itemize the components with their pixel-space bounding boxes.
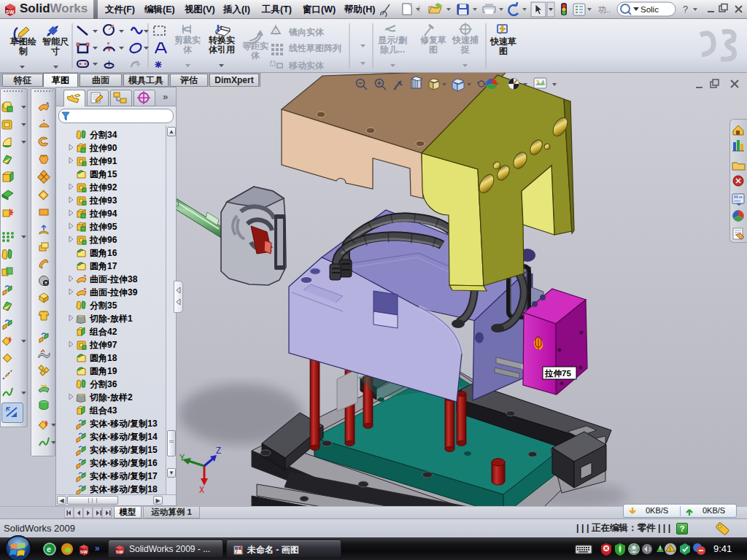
svg-text:SW: SW <box>6 9 15 15</box>
svg-text:拉伸97: 拉伸97 <box>89 340 117 350</box>
svg-text:SW: SW <box>80 550 88 554</box>
svg-text:Z: Z <box>216 446 221 456</box>
svg-text:Solic: Solic <box>640 5 659 14</box>
svg-text:分割34: 分割34 <box>89 130 117 140</box>
svg-text:分割35: 分割35 <box>89 300 117 311</box>
svg-text:实体-移动/复制14: 实体-移动/复制14 <box>90 432 158 442</box>
svg-text:实体-移动/复制15: 实体-移动/复制15 <box>90 445 158 455</box>
svg-text:圆角17: 圆角17 <box>90 261 117 271</box>
svg-text:实体-移动/复制13: 实体-移动/复制13 <box>90 419 158 429</box>
svg-text:拉伸96: 拉伸96 <box>89 235 117 245</box>
svg-text:组合43: 组合43 <box>89 405 117 416</box>
svg-text:功..: 功.. <box>598 5 611 14</box>
svg-text:拉伸92: 拉伸92 <box>89 182 117 192</box>
svg-text:拉伸94: 拉伸94 <box>89 209 117 219</box>
svg-text:Y: Y <box>179 454 185 464</box>
svg-text:切除-放样1: 切除-放样1 <box>89 314 133 324</box>
svg-text:圆角15: 圆角15 <box>90 169 117 179</box>
svg-text:分割36: 分割36 <box>89 379 117 389</box>
svg-text:拉伸90: 拉伸90 <box>89 143 117 153</box>
svg-text:实体-移动/复制16: 实体-移动/复制16 <box>90 458 158 468</box>
svg-text:实体-移动/复制18: 实体-移动/复制18 <box>90 484 158 494</box>
svg-text:圆角16: 圆角16 <box>90 248 117 258</box>
svg-text:拉伸95: 拉伸95 <box>89 222 117 232</box>
svg-text:»: » <box>95 543 100 553</box>
svg-text:圆角19: 圆角19 <box>90 366 117 376</box>
svg-text:拉伸75: 拉伸75 <box>544 369 571 378</box>
svg-text:!: ! <box>670 547 671 552</box>
svg-text:组合42: 组合42 <box>89 327 117 337</box>
svg-text:切除-放样2: 切除-放样2 <box>89 392 133 402</box>
svg-text:X: X <box>199 486 204 496</box>
svg-text:曲面-拉伸38: 曲面-拉伸38 <box>90 274 138 284</box>
svg-text:拉伸91: 拉伸91 <box>89 156 117 166</box>
svg-text:实体-移动/复制17: 实体-移动/复制17 <box>90 471 158 481</box>
svg-text:e: e <box>47 545 51 553</box>
svg-text:曲面-拉伸39: 曲面-拉伸39 <box>90 287 138 298</box>
svg-text:?: ? <box>683 4 688 15</box>
svg-text:圆角18: 圆角18 <box>90 353 117 363</box>
svg-text:SW: SW <box>116 550 123 554</box>
svg-text:拉伸93: 拉伸93 <box>89 195 117 206</box>
